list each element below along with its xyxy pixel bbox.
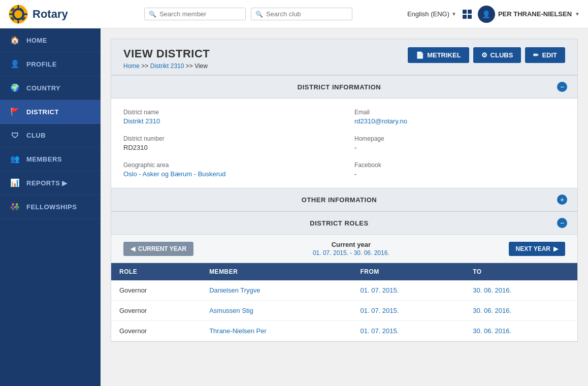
from-cell: 01. 07. 2015.: [352, 280, 465, 301]
to-cell: 30. 06. 2016.: [465, 301, 577, 321]
prev-year-label: CURRENT YEAR: [138, 245, 186, 252]
page-title: VIEW DISTRICT: [123, 47, 210, 60]
sidebar-item-home[interactable]: 🏠 HOME: [0, 28, 101, 52]
sidebar-item-district[interactable]: 🚩 DISTRICT: [0, 100, 101, 124]
search-club-input[interactable]: [266, 10, 348, 18]
sidebar: 🏠 HOME 👤 PROFILE 🌍 COUNTRY 🚩 DISTRICT 🛡 …: [0, 28, 101, 386]
roles-table-head: ROLE MEMBER FROM TO: [111, 263, 577, 280]
table-row: Governor Thrane-Nielsen Per 01. 07. 2015…: [111, 321, 577, 341]
user-area[interactable]: 👤 PER THRANE-NIELSEN ▼: [478, 6, 580, 23]
from-cell: 01. 07. 2015.: [352, 321, 465, 341]
breadcrumb-district[interactable]: Distrikt 2310: [150, 62, 184, 70]
info-field-facebook: Facebook -: [354, 162, 565, 178]
grid-view-icon[interactable]: [463, 10, 472, 19]
info-field-district-number: District number RD2310: [123, 135, 334, 151]
info-field-geographic: Geographic area Oslo - Asker og Bærum - …: [123, 162, 334, 178]
next-year-button[interactable]: NEXT YEAR ▶: [509, 242, 565, 256]
top-navigation: Rotary 🔍 🔍 English (ENG) ▼ 👤 PER THRANE-…: [0, 0, 588, 28]
info-field-district-name: District name Distrikt 2310: [123, 109, 334, 125]
sidebar-item-fellowships[interactable]: 👫 FELLOWSHIPS: [0, 195, 101, 219]
header-buttons: 📄 METRIKEL ⚙ CLUBS ✏ EDIT: [408, 47, 565, 63]
district-name-label: District name: [123, 109, 334, 116]
lang-chevron-icon: ▼: [451, 11, 456, 17]
breadcrumb: Home >> Distrikt 2310 >> View: [123, 62, 210, 70]
club-icon: 🛡: [10, 131, 20, 140]
search-member-icon: 🔍: [149, 11, 156, 18]
breadcrumb-sep2: >>: [186, 62, 194, 70]
district-roles-title: DISTRICT ROLES: [121, 219, 557, 227]
breadcrumb-view: View: [194, 62, 208, 70]
district-number-label: District number: [123, 135, 334, 142]
user-chevron-icon: ▼: [575, 11, 580, 17]
clubs-button[interactable]: ⚙ CLUBS: [473, 47, 521, 63]
edit-button[interactable]: ✏ EDIT: [525, 47, 565, 63]
country-icon: 🌍: [10, 83, 20, 92]
search-area: 🔍 🔍: [89, 8, 407, 20]
member-cell[interactable]: Danielsen Trygve: [201, 280, 352, 301]
current-year-info: Current year 01. 07. 2015. - 30. 06. 201…: [313, 241, 389, 256]
roles-table-body: Governor Danielsen Trygve 01. 07. 2015. …: [111, 280, 577, 341]
reports-icon: 📊: [10, 178, 20, 187]
search-club-icon: 🔍: [255, 11, 263, 18]
metrikel-icon: 📄: [416, 51, 424, 59]
district-info-collapse-button[interactable]: −: [557, 82, 567, 92]
email-value: rd2310@rotary.no: [354, 117, 407, 125]
content-area: DISTRICT INFORMATION − District name Dis…: [111, 75, 578, 342]
geographic-area-label: Geographic area: [123, 162, 334, 169]
next-year-label: NEXT YEAR: [516, 245, 550, 252]
breadcrumb-home[interactable]: Home: [123, 62, 140, 70]
year-navigation-bar: ◀ CURRENT YEAR Current year 01. 07. 2015…: [111, 235, 577, 263]
metrikel-button[interactable]: 📄 METRIKEL: [408, 47, 469, 63]
col-header-to: TO: [465, 263, 577, 280]
homepage-label: Homepage: [354, 135, 565, 142]
search-member-input[interactable]: [159, 10, 241, 18]
district-roles-collapse-button[interactable]: −: [557, 218, 567, 228]
table-row: Governor Danielsen Trygve 01. 07. 2015. …: [111, 280, 577, 301]
roles-table: ROLE MEMBER FROM TO Governor Danielsen T…: [111, 263, 577, 341]
sidebar-item-profile[interactable]: 👤 PROFILE: [0, 52, 101, 76]
district-name-value: Distrikt 2310: [123, 117, 160, 125]
sidebar-item-club[interactable]: 🛡 CLUB: [0, 124, 101, 147]
col-header-role: ROLE: [111, 263, 201, 280]
sidebar-item-country[interactable]: 🌍 COUNTRY: [0, 76, 101, 100]
district-number-value: RD2310: [123, 144, 148, 151]
email-label: Email: [354, 109, 565, 116]
prev-year-chevron-icon: ◀: [130, 245, 135, 252]
rotary-logo-icon: [8, 4, 28, 24]
homepage-value: -: [354, 144, 356, 151]
svg-rect-2: [18, 5, 19, 9]
sidebar-item-reports[interactable]: 📊 REPORTS ▶: [0, 171, 101, 195]
clubs-label: CLUBS: [491, 51, 513, 59]
other-info-expand-button[interactable]: +: [557, 195, 567, 205]
sidebar-item-members[interactable]: 👥 MEMBERS: [0, 147, 101, 171]
district-info-title: DISTRICT INFORMATION: [121, 83, 557, 91]
language-selector[interactable]: English (ENG) ▼: [407, 10, 456, 18]
home-icon: 🏠: [10, 36, 20, 45]
search-member-box: 🔍: [144, 8, 246, 20]
district-icon: 🚩: [10, 107, 20, 116]
col-header-from: FROM: [352, 263, 465, 280]
page-header: VIEW DISTRICT Home >> Distrikt 2310 >> V…: [111, 39, 578, 75]
member-cell[interactable]: Thrane-Nielsen Per: [201, 321, 352, 341]
prev-year-button[interactable]: ◀ CURRENT YEAR: [123, 242, 193, 256]
user-name: PER THRANE-NIELSEN: [498, 10, 572, 18]
members-icon: 👥: [10, 154, 20, 164]
page-title-area: VIEW DISTRICT Home >> Distrikt 2310 >> V…: [123, 47, 210, 70]
from-cell: 01. 07. 2015.: [352, 301, 465, 321]
sidebar-label-district: DISTRICT: [26, 108, 59, 116]
sidebar-label-reports: REPORTS ▶: [26, 179, 68, 187]
fellowships-icon: 👫: [10, 202, 20, 211]
breadcrumb-sep1: >>: [141, 62, 150, 70]
profile-icon: 👤: [10, 59, 20, 69]
facebook-value: -: [354, 170, 356, 178]
avatar: 👤: [478, 6, 495, 23]
other-info-section-header: OTHER INFORMATION +: [111, 188, 577, 211]
info-field-homepage: Homepage -: [354, 135, 565, 151]
search-club-box: 🔍: [251, 8, 352, 20]
language-label: English (ENG): [407, 10, 449, 18]
geographic-area-value: Oslo - Asker og Bærum - Buskerud: [123, 170, 226, 178]
edit-icon: ✏: [533, 51, 539, 59]
next-year-chevron-icon: ▶: [553, 245, 558, 252]
svg-rect-3: [18, 19, 19, 23]
member-cell[interactable]: Asmussen Stig: [201, 301, 352, 321]
